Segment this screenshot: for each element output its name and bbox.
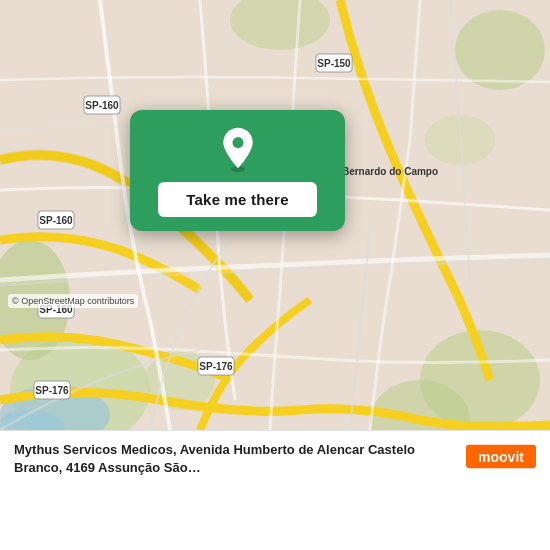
svg-text:SP-176: SP-176 — [35, 385, 69, 396]
map-container: SP-160 SP-160 SP-160 SP-176 SP-176 SP-15… — [0, 0, 550, 430]
moovit-logo-svg: moovit — [466, 443, 536, 470]
moovit-logo: moovit — [466, 441, 536, 470]
bottom-text: Mythus Servicos Medicos, Avenida Humbert… — [14, 441, 456, 479]
svg-point-7 — [455, 10, 545, 90]
svg-point-25 — [232, 137, 243, 148]
svg-text:SP-160: SP-160 — [85, 100, 119, 111]
place-name: Mythus Servicos Medicos, Avenida Humbert… — [14, 441, 456, 477]
svg-text:Bernardo do Campo: Bernardo do Campo — [342, 166, 438, 177]
svg-text:moovit: moovit — [478, 449, 524, 465]
svg-text:SP-150: SP-150 — [317, 58, 351, 69]
svg-text:SP-160: SP-160 — [39, 215, 73, 226]
popup-card: Take me there — [130, 110, 345, 231]
osm-credit: © OpenStreetMap contributors — [8, 294, 138, 308]
svg-text:SP-176: SP-176 — [199, 361, 233, 372]
location-pin-icon — [215, 126, 261, 172]
bottom-bar: Mythus Servicos Medicos, Avenida Humbert… — [0, 430, 550, 550]
take-me-there-button[interactable]: Take me there — [158, 182, 316, 217]
